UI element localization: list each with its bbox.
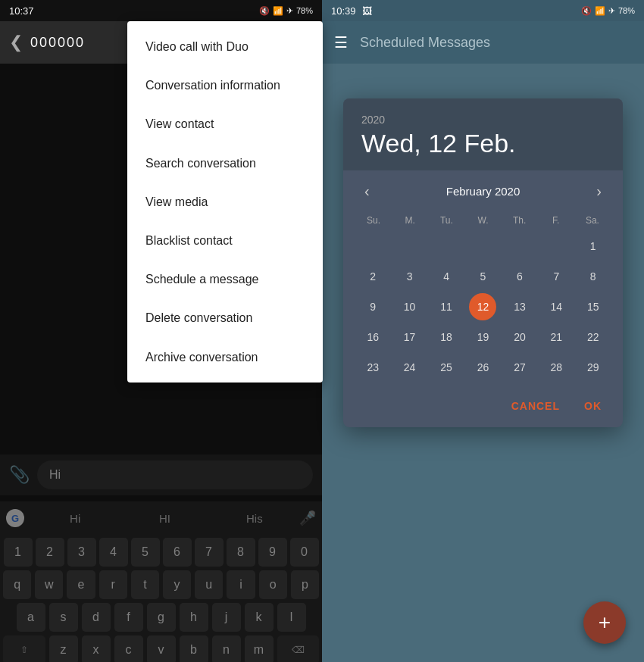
month-label: February 2020: [446, 185, 521, 198]
cal-day-4[interactable]: 4: [433, 263, 460, 290]
menu-item-search-conversation[interactable]: Search conversation: [127, 144, 323, 183]
cal-day-6[interactable]: 6: [506, 263, 533, 290]
month-nav: ‹ February 2020 ›: [355, 180, 611, 203]
cal-day-2[interactable]: 2: [359, 263, 386, 290]
day-hdr-tu: Tu.: [428, 212, 464, 229]
left-panel: 10:37 🔇 📶 ✈ 78% ❮ 000000 Video call with…: [0, 0, 322, 662]
calendar-dialog: 2020 Wed, 12 Feb. ‹ February 2020 › Su. …: [343, 98, 623, 427]
cal-day-28[interactable]: 28: [542, 354, 570, 381]
cal-day-22[interactable]: 22: [580, 323, 607, 351]
cal-day-empty-1: [359, 233, 386, 260]
day-hdr-sa: Sa.: [574, 212, 611, 229]
battery-left: 78%: [296, 6, 313, 15]
top-bar-right: ☰ Scheduled Messages: [322, 21, 644, 64]
menu-item-view-contact[interactable]: View contact: [127, 105, 323, 143]
cal-day-7[interactable]: 7: [542, 263, 570, 290]
ok-button[interactable]: OK: [578, 397, 608, 415]
cal-day-20[interactable]: 20: [506, 323, 533, 351]
day-hdr-th: Th.: [502, 212, 538, 229]
day-hdr-m: M.: [392, 212, 428, 229]
photo-icon: 🖼: [362, 5, 372, 17]
cal-day-16[interactable]: 16: [359, 323, 386, 351]
cal-day-empty-6: [542, 233, 570, 260]
menu-item-delete-conversation[interactable]: Delete conversation: [127, 298, 323, 337]
cal-day-14[interactable]: 14: [542, 293, 570, 320]
status-right-left: 10:39 🖼: [331, 5, 372, 17]
right-panel: 10:39 🖼 🔇 📶 ✈ 78% ☰ Scheduled Messages 2…: [322, 0, 644, 662]
cal-day-8[interactable]: 8: [580, 263, 607, 290]
cal-day-empty-2: [396, 233, 424, 260]
cal-day-10[interactable]: 10: [396, 293, 424, 320]
menu-item-view-media[interactable]: View media: [127, 183, 323, 221]
status-bar-left: 10:37 🔇 📶 ✈ 78%: [0, 0, 322, 21]
next-month-button[interactable]: ›: [590, 180, 608, 203]
airplane-icon-right: ✈: [608, 6, 615, 16]
cal-day-21[interactable]: 21: [542, 323, 570, 351]
menu-item-conversation-info[interactable]: Conversation information: [127, 66, 323, 105]
day-hdr-su: Su.: [355, 212, 392, 229]
cal-day-26[interactable]: 26: [469, 354, 496, 381]
contact-name: 000000: [30, 35, 85, 51]
fab-button[interactable]: +: [583, 601, 626, 644]
day-headers: Su. M. Tu. W. Th. F. Sa.: [355, 212, 611, 229]
menu-item-schedule-message[interactable]: Schedule a message: [127, 260, 323, 298]
cal-day-1[interactable]: 1: [580, 233, 607, 260]
status-icons-left: 🔇 📶 ✈ 78%: [259, 6, 313, 16]
cal-day-23[interactable]: 23: [359, 354, 386, 381]
cal-day-3[interactable]: 3: [396, 263, 424, 290]
battery-right: 78%: [618, 6, 635, 15]
menu-item-video-call[interactable]: Video call with Duo: [127, 27, 323, 66]
cal-day-12[interactable]: 12: [469, 293, 496, 320]
cancel-button[interactable]: CANCEL: [505, 397, 566, 415]
cal-day-29[interactable]: 29: [580, 354, 607, 381]
signal-icon-right: 📶: [595, 6, 605, 16]
screen-title: Scheduled Messages: [360, 35, 490, 51]
time-left: 10:37: [9, 5, 34, 17]
calendar-grid: 1 2 3 4 5 6 7 8 9 10 11 12 13 14 15 16 1…: [355, 232, 611, 382]
calendar-year: 2020: [361, 114, 605, 126]
cal-day-empty-5: [506, 233, 533, 260]
menu-item-blacklist[interactable]: Blacklist contact: [127, 221, 323, 260]
status-icons-right: 🔇 📶 ✈ 78%: [581, 6, 635, 16]
time-right: 10:39: [331, 5, 356, 17]
status-bar-right: 10:39 🖼 🔇 📶 ✈ 78%: [322, 0, 644, 21]
back-arrow-icon[interactable]: ❮: [9, 33, 23, 52]
airplane-icon: ✈: [286, 6, 293, 16]
day-hdr-f: F.: [538, 212, 574, 229]
mute-icon-right: 🔇: [581, 6, 592, 16]
prev-month-button[interactable]: ‹: [358, 180, 376, 203]
cal-day-empty-3: [433, 233, 460, 260]
cal-day-27[interactable]: 27: [506, 354, 533, 381]
calendar-body: ‹ February 2020 › Su. M. Tu. W. Th. F. S…: [343, 170, 623, 388]
cal-day-15[interactable]: 15: [580, 293, 607, 320]
cal-day-25[interactable]: 25: [433, 354, 460, 381]
signal-icon: 📶: [273, 6, 283, 16]
cal-day-24[interactable]: 24: [396, 354, 424, 381]
day-hdr-w: W.: [464, 212, 501, 229]
menu-item-archive-conversation[interactable]: Archive conversation: [127, 338, 323, 376]
cal-day-13[interactable]: 13: [506, 293, 533, 320]
mute-icon: 🔇: [259, 6, 270, 16]
calendar-date-display: Wed, 12 Feb.: [361, 129, 605, 158]
calendar-header: 2020 Wed, 12 Feb.: [343, 98, 623, 170]
cal-day-5[interactable]: 5: [469, 263, 496, 290]
cal-day-empty-4: [469, 233, 496, 260]
hamburger-icon[interactable]: ☰: [334, 33, 348, 52]
cal-day-11[interactable]: 11: [433, 293, 460, 320]
context-menu: Video call with Duo Conversation informa…: [127, 21, 323, 383]
cal-day-18[interactable]: 18: [433, 323, 460, 351]
cal-day-17[interactable]: 17: [396, 323, 424, 351]
cal-day-9[interactable]: 9: [359, 293, 386, 320]
calendar-actions: CANCEL OK: [343, 388, 623, 427]
cal-day-19[interactable]: 19: [469, 323, 496, 351]
